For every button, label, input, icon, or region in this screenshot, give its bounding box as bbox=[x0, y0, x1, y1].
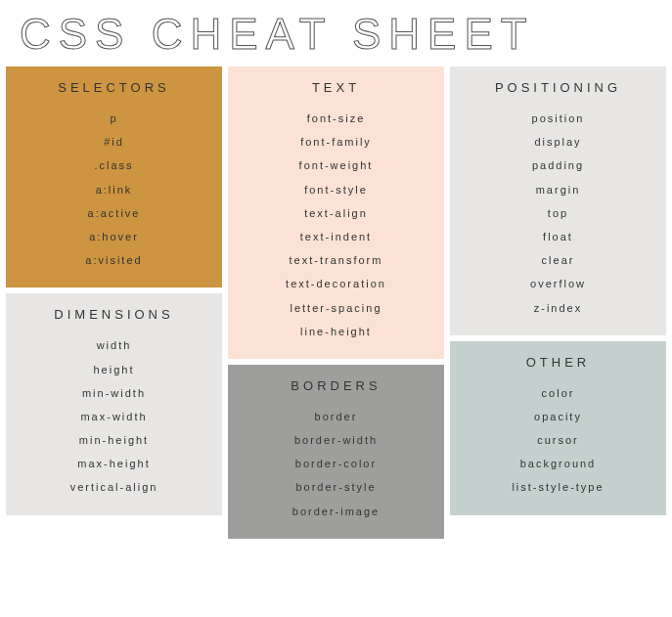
card-heading: OTHER bbox=[458, 355, 658, 370]
property-item: margin bbox=[458, 178, 658, 201]
property-item: height bbox=[14, 358, 214, 381]
property-item: font-family bbox=[236, 130, 436, 154]
property-item: a:hover bbox=[14, 225, 214, 248]
card-heading: TEXT bbox=[236, 80, 436, 95]
property-item: text-indent bbox=[236, 225, 436, 248]
cheat-sheet-grid: SELECTORS p #id .class a:link a:active a… bbox=[0, 66, 672, 539]
property-item: font-weight bbox=[236, 154, 436, 177]
page-title: CSS CHEAT SHEET bbox=[0, 0, 672, 66]
property-item: color bbox=[458, 381, 658, 405]
card-borders: BORDERS border border-width border-color… bbox=[228, 365, 444, 539]
property-item: font-style bbox=[236, 178, 436, 201]
property-item: a:active bbox=[14, 201, 214, 225]
property-item: min-width bbox=[14, 381, 214, 405]
property-item: border bbox=[236, 405, 436, 428]
card-heading: BORDERS bbox=[236, 378, 436, 393]
property-item: .class bbox=[14, 154, 214, 177]
property-item: text-transform bbox=[236, 248, 436, 272]
card-positioning: POSITIONING position display padding mar… bbox=[450, 66, 666, 335]
column-middle: TEXT font-size font-family font-weight f… bbox=[228, 66, 444, 539]
column-left: SELECTORS p #id .class a:link a:active a… bbox=[6, 66, 222, 539]
property-item: vertical-align bbox=[14, 475, 214, 499]
property-item: line-height bbox=[236, 320, 436, 343]
property-item: position bbox=[458, 107, 658, 130]
property-item: padding bbox=[458, 154, 658, 177]
property-item: top bbox=[458, 201, 658, 225]
property-item: overflow bbox=[458, 272, 658, 295]
property-item: min-height bbox=[14, 428, 214, 452]
property-item: text-decoration bbox=[236, 272, 436, 295]
property-item: a:link bbox=[14, 178, 214, 201]
column-right: POSITIONING position display padding mar… bbox=[450, 66, 666, 539]
property-item: border-image bbox=[236, 500, 436, 523]
property-item: background bbox=[458, 452, 658, 475]
property-item: cursor bbox=[458, 428, 658, 452]
card-heading: DIMENSIONS bbox=[14, 307, 214, 322]
card-selectors: SELECTORS p #id .class a:link a:active a… bbox=[6, 66, 222, 287]
property-item: letter-spacing bbox=[236, 296, 436, 320]
property-item: float bbox=[458, 225, 658, 248]
property-item: #id bbox=[14, 130, 214, 154]
card-text: TEXT font-size font-family font-weight f… bbox=[228, 66, 444, 359]
property-item: z-index bbox=[458, 296, 658, 320]
property-item: opacity bbox=[458, 405, 658, 428]
property-item: p bbox=[14, 107, 214, 130]
property-item: border-width bbox=[236, 428, 436, 452]
property-item: border-color bbox=[236, 452, 436, 475]
property-item: display bbox=[458, 130, 658, 154]
property-item: list-style-type bbox=[458, 475, 658, 499]
property-item: text-align bbox=[236, 201, 436, 225]
card-other: OTHER color opacity cursor background li… bbox=[450, 341, 666, 515]
property-item: width bbox=[14, 333, 214, 357]
card-heading: POSITIONING bbox=[458, 80, 658, 95]
property-item: a:visited bbox=[14, 248, 214, 272]
card-heading: SELECTORS bbox=[14, 80, 214, 95]
property-item: max-width bbox=[14, 405, 214, 428]
property-item: font-size bbox=[236, 107, 436, 130]
property-item: max-height bbox=[14, 452, 214, 475]
card-dimensions: DIMENSIONS width height min-width max-wi… bbox=[6, 293, 222, 514]
property-item: border-style bbox=[236, 475, 436, 499]
property-item: clear bbox=[458, 248, 658, 272]
